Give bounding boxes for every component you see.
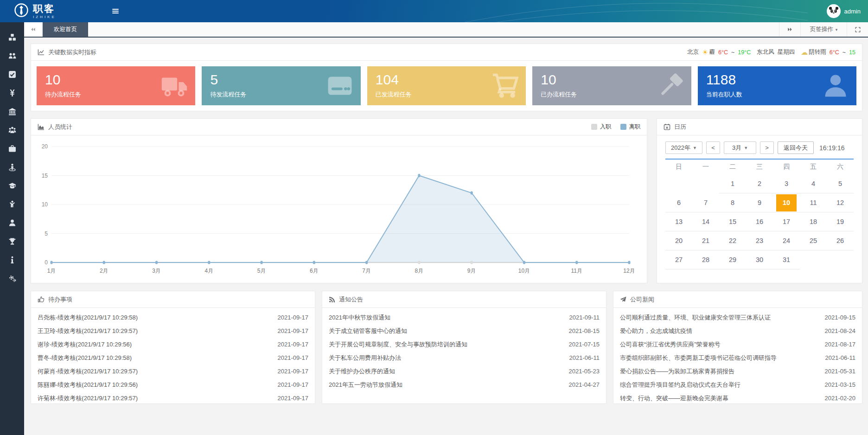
- staff-chart[interactable]: 051015201月2月3月4月5月6月7月8月9月10月11月12月: [35, 140, 638, 278]
- tab-operations-dropdown[interactable]: 页签操作 ▾: [800, 22, 847, 37]
- calendar-day-5[interactable]: 5: [827, 174, 854, 193]
- news-list-item[interactable]: 转变、行动、突破——迎新晚会完美谢幕2021-02-20: [620, 391, 855, 404]
- stat-card-已发流程任务[interactable]: 104已发流程任务: [367, 66, 526, 105]
- info-icon: [8, 256, 16, 264]
- sidebar-item-about[interactable]: [0, 250, 24, 269]
- calendar-day-31[interactable]: 31: [773, 250, 800, 269]
- notice-list-item[interactable]: 2021年中秋节放假通知2021-09-11: [329, 311, 600, 324]
- calendar-day-25[interactable]: 25: [800, 231, 827, 250]
- calendar-day-27[interactable]: 27: [665, 250, 692, 269]
- calendar-day-13[interactable]: 13: [665, 212, 692, 231]
- calendar-day-23[interactable]: 23: [746, 231, 773, 250]
- calendar-day-20[interactable]: 20: [665, 231, 692, 250]
- calendar-day-11[interactable]: 11: [800, 193, 827, 212]
- sidebar-item-settings[interactable]: [0, 269, 24, 288]
- calendar-day-19[interactable]: 19: [827, 212, 854, 231]
- calendar-day-18[interactable]: 18: [800, 212, 827, 231]
- calendar-day-label: 15: [722, 213, 743, 230]
- sidebar-item-approvals[interactable]: [0, 65, 24, 83]
- calendar-day-24[interactable]: 24: [773, 231, 800, 250]
- news-list-item[interactable]: 爱心捐款公告——为装卸工杨家青募捐报告2021-05-31: [620, 365, 855, 378]
- tabs-scroll-left-button[interactable]: [24, 22, 43, 37]
- calendar-day-17[interactable]: 17: [773, 212, 800, 231]
- calendar-day-29[interactable]: 29: [719, 250, 746, 269]
- calendar-day-6[interactable]: 6: [665, 193, 692, 212]
- notice-list-item[interactable]: 2021年五一劳动节放假通知2021-04-27: [329, 378, 600, 391]
- calendar-day-4[interactable]: 4: [800, 174, 827, 193]
- notice-list-item[interactable]: 关于成立销管客服中心的通知2021-08-15: [329, 324, 600, 338]
- calendar-day-9[interactable]: 9: [746, 193, 773, 212]
- sidebar-item-institution[interactable]: [0, 102, 24, 121]
- todo-list-item[interactable]: 陈丽娜-绩效考核(2021/9/17 10:29:56)2021-09-17: [38, 378, 308, 391]
- item-text: 陈丽娜-绩效考核(2021/9/17 10:29:56): [38, 381, 138, 389]
- sidebar-item-business[interactable]: [0, 139, 24, 158]
- item-date: 2021-09-17: [278, 368, 309, 375]
- stat-card-待办流程任务[interactable]: 10待办流程任务: [37, 66, 195, 105]
- news-list-item[interactable]: 市委组织部副部长、市委两新工委项书记莅临公司调研指导2021-06-11: [620, 351, 855, 365]
- stat-card-待发流程任务[interactable]: 5待发流程任务: [202, 66, 360, 105]
- calendar-day-10[interactable]: 10: [773, 193, 800, 212]
- item-text: 关于成立销管客服中心的通知: [329, 327, 407, 335]
- sidebar-item-training[interactable]: [0, 176, 24, 195]
- fullscreen-button[interactable]: [847, 22, 868, 37]
- calendar-month-select[interactable]: 3月 ▼: [724, 141, 756, 154]
- menu-toggle-icon[interactable]: [111, 7, 120, 15]
- calendar-today-button[interactable]: 返回今天: [778, 141, 814, 154]
- calendar-day-8[interactable]: 8: [719, 193, 746, 212]
- todo-list-item[interactable]: 吕尧栋-绩效考核(2021/9/17 10:29:58)2021-09-17: [38, 311, 308, 324]
- calendar-year-select[interactable]: 2022年 ▼: [665, 141, 702, 154]
- legend-item-入职[interactable]: 入职: [591, 123, 611, 131]
- app-logo[interactable]: 职客 IZHIKE: [14, 3, 97, 19]
- stat-card-当前在职人数[interactable]: 1188当前在职人数: [698, 66, 856, 105]
- line-chart-icon: [38, 49, 45, 56]
- calendar-day-12[interactable]: 12: [827, 193, 854, 212]
- sidebar-item-organization[interactable]: [0, 46, 24, 65]
- calendar-day-30[interactable]: 30: [746, 250, 773, 269]
- calendar-day-14[interactable]: 14: [692, 212, 719, 231]
- calendar-day-label: 1: [722, 175, 743, 192]
- sidebar-item-recruit[interactable]: [0, 158, 24, 176]
- calendar-day-1[interactable]: 1: [719, 174, 746, 193]
- item-date: 2021-08-17: [825, 341, 856, 348]
- todo-list-item[interactable]: 曹冬-绩效考核(2021/9/17 10:29:58)2021-09-17: [38, 351, 308, 365]
- sidebar-item-staff[interactable]: [0, 121, 24, 139]
- todo-list-item[interactable]: 何蒙肖-绩效考核(2021/9/17 10:29:57)2021-09-17: [38, 365, 308, 378]
- news-list-item[interactable]: 综合管理提升项目签约及启动仪式在天台举行2021-03-15: [620, 378, 855, 391]
- calendar-day-22[interactable]: 22: [719, 231, 746, 250]
- calendar-day-15[interactable]: 15: [719, 212, 746, 231]
- sidebar-item-performance[interactable]: [0, 232, 24, 250]
- calendar-day-28[interactable]: 28: [692, 250, 719, 269]
- calendar-day-26[interactable]: 26: [827, 231, 854, 250]
- sidebar-item-finance[interactable]: [0, 83, 24, 102]
- calendar-day-21[interactable]: 21: [692, 231, 719, 250]
- calendar-day-7[interactable]: 7: [692, 193, 719, 212]
- tabs-scroll-right-button[interactable]: [779, 22, 800, 37]
- calendar-day-16[interactable]: 16: [746, 212, 773, 231]
- calendar-day-3[interactable]: 3: [773, 174, 800, 193]
- todo-list-item[interactable]: 许菊林-绩效考核(2021/9/17 10:29:57)2021-09-17: [38, 391, 308, 404]
- notice-list-item[interactable]: 关于开展公司规章制度、安全与事故预防培训的通知2021-07-15: [329, 338, 600, 351]
- news-list-item[interactable]: 公司喜获“浙江省优秀供应商”荣誉称号2021-08-17: [620, 338, 855, 351]
- calendar-next-button[interactable]: >: [760, 141, 774, 154]
- calendar-day-2[interactable]: 2: [746, 174, 773, 193]
- check-square-icon: [8, 70, 16, 78]
- sidebar-item-modules[interactable]: [0, 28, 24, 46]
- stat-card-已办流程任务[interactable]: 10已办流程任务: [532, 66, 691, 105]
- weather-bar: 北京 ☀ 霾 6°C ~ 19°C 东北风 星期四 ☁ 阴转雨 6°C ~ 15: [687, 48, 855, 57]
- username: admin: [844, 8, 861, 15]
- avatar[interactable]: [827, 4, 841, 18]
- tab-home[interactable]: 欢迎首页: [43, 22, 88, 37]
- news-list-item[interactable]: 公司顺利通过质量、环境、职业健康安全管理三体系认证2021-09-15: [620, 311, 855, 324]
- todo-list-item[interactable]: 王卫玲-绩效考核(2021/9/17 10:29:57)2021-09-17: [38, 324, 308, 338]
- calendar-day-label: 18: [803, 213, 823, 230]
- legend-item-离职[interactable]: 离职: [620, 123, 640, 131]
- calendar-weekday: 三: [746, 160, 773, 174]
- notice-list-item[interactable]: 关于维护办公秩序的通知2021-05-23: [329, 365, 600, 378]
- sidebar-item-profile[interactable]: [0, 213, 24, 232]
- todo-list-item[interactable]: 谢珍-绩效考核(2021/9/17 10:29:56)2021-09-17: [38, 338, 308, 351]
- calendar-prev-button[interactable]: <: [706, 141, 720, 154]
- notice-list-item[interactable]: 关于私车公用费用补贴办法2021-06-11: [329, 351, 600, 365]
- news-list-item[interactable]: 爱心助力，众志成城抗疫情2021-08-24: [620, 324, 855, 338]
- sidebar-item-growth[interactable]: [0, 195, 24, 213]
- calendar-weekday: 六: [827, 160, 854, 174]
